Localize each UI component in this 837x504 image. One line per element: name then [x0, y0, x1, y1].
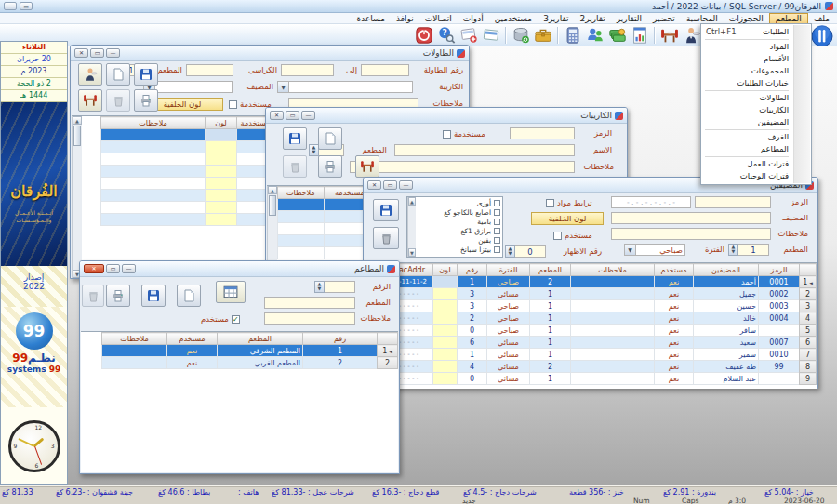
toolbox-icon[interactable] [533, 25, 553, 46]
grid-cell[interactable]: 6 [800, 337, 817, 349]
mac-address-input[interactable]: - . - . - . - . - . - [611, 196, 691, 208]
grid-cell[interactable] [206, 214, 237, 226]
grid-cell[interactable]: 1 [458, 276, 487, 288]
grid-cell[interactable]: 2 [378, 357, 398, 369]
grid-cell[interactable] [278, 211, 325, 223]
column-header[interactable]: الفترة [487, 264, 530, 276]
background-color-button[interactable]: لون الخلفية [531, 212, 604, 225]
menu-reports[interactable]: التقارير [611, 13, 647, 24]
grid-cell[interactable]: جميل [694, 288, 759, 300]
grid-cell[interactable] [278, 235, 325, 247]
grid-cell[interactable]: 9 [800, 373, 817, 385]
grid-cell[interactable]: 4 [458, 361, 487, 373]
grid-cell[interactable] [101, 141, 206, 153]
menu-item-meal-periods[interactable]: فترات الوجبات [701, 170, 811, 182]
menu-item-groups[interactable]: المجموعات [701, 65, 811, 77]
grid-cell[interactable]: صباحي [487, 325, 530, 337]
menu-help[interactable]: مساعدة [352, 13, 391, 24]
column-header[interactable]: مستخدم [655, 264, 694, 276]
grid-cell[interactable]: 3 [800, 300, 817, 312]
column-header[interactable]: رقم [458, 264, 487, 276]
notes-input[interactable] [611, 228, 771, 240]
grid-cell[interactable]: نعم [655, 373, 694, 385]
column-header[interactable]: الرمز [759, 264, 800, 276]
grid-cell[interactable] [101, 129, 206, 141]
grid-cell[interactable] [433, 373, 458, 385]
table-row[interactable]: 60007سعيدنعم1مسائي6- - - - - [385, 337, 817, 349]
grid-cell[interactable]: صباحي [487, 300, 530, 312]
menu-item-tables[interactable]: الطاولات [701, 92, 811, 104]
waiter-image-button[interactable] [78, 63, 102, 86]
code-input[interactable] [695, 196, 771, 208]
report-chart-icon[interactable] [630, 25, 650, 46]
delete-button[interactable] [283, 155, 307, 178]
used-checkbox[interactable]: مستخدمة [443, 128, 485, 139]
grid-cell[interactable]: 0010 [759, 349, 800, 361]
menu-item-orders[interactable]: الطلبات Ctrl+F1 [701, 26, 811, 38]
grid-cell[interactable]: 1 [303, 345, 378, 357]
grid-cell[interactable] [433, 361, 458, 373]
new-button[interactable] [106, 63, 130, 86]
delete-button[interactable] [106, 89, 130, 112]
save-button[interactable] [141, 285, 166, 307]
column-header[interactable]: المطعم [530, 264, 571, 276]
grid-cell[interactable] [433, 337, 458, 349]
menu-restaurant[interactable]: المطعم [769, 13, 808, 24]
menu-item-restaurants[interactable]: المطاعم [701, 143, 811, 155]
grid-cell[interactable]: المطعم الغربي [218, 357, 303, 369]
menu-item-materials[interactable]: المواد [701, 41, 811, 53]
grid-cell[interactable]: مسائي [487, 373, 530, 385]
print-button[interactable] [106, 285, 130, 307]
grid-cell[interactable] [759, 325, 800, 337]
list-item[interactable]: برازق 1كغ [418, 226, 500, 235]
grid-cell[interactable] [571, 312, 655, 325]
grid-cell[interactable] [206, 190, 237, 202]
app-logo-icon[interactable] [811, 25, 833, 47]
table-row[interactable]: 5سافرنعم1صباحي0- - - - - [385, 325, 817, 337]
grid-cell[interactable] [571, 288, 655, 300]
menu-reports2[interactable]: تقارير2 [575, 13, 611, 24]
grid-cell[interactable]: 99 [759, 361, 800, 373]
grid-cell[interactable]: خالد [694, 312, 759, 325]
restaurant-table-icon[interactable] [659, 25, 680, 46]
grid-cell[interactable]: 1 [378, 345, 398, 357]
grid-cell[interactable]: 1 [530, 373, 571, 385]
name-input[interactable] [394, 144, 575, 156]
grid-cell[interactable] [571, 373, 655, 385]
grid-cell[interactable]: 0007 [759, 337, 800, 349]
grid-cell[interactable] [571, 361, 655, 373]
column-header[interactable] [378, 333, 398, 345]
grid-cell[interactable]: 1 [530, 288, 571, 300]
maximize-icon[interactable]: ▭ [383, 180, 397, 190]
grid-cell[interactable] [433, 276, 458, 288]
grid-cell[interactable] [101, 153, 206, 166]
list-item[interactable]: بقين [418, 235, 500, 245]
list-item[interactable]: بامية [418, 217, 500, 226]
window-cabins-titlebar[interactable]: الكاريبات ✕ ▭ — [266, 108, 627, 124]
grid-cell[interactable]: نعم [655, 337, 694, 349]
column-header[interactable]: مستخدم [167, 333, 218, 345]
grid-cell[interactable] [571, 349, 655, 361]
grid-cell[interactable]: 0004 [759, 312, 800, 325]
grid-cell[interactable] [571, 300, 655, 312]
table-row[interactable]: 70010سميرنعم1مسائي1- - - - - [385, 349, 817, 361]
grid-cell[interactable]: 2 [530, 361, 571, 373]
minimize-icon[interactable]: — [122, 264, 136, 273]
grid-cell[interactable]: نعم [167, 357, 218, 369]
restore-icon[interactable]: ▭ [20, 2, 33, 10]
table-row[interactable]: 10001أحمدنعم2صباحي113-11-11-2 [385, 276, 817, 288]
column-header[interactable]: رقم [303, 333, 378, 345]
code-input[interactable] [510, 127, 575, 139]
new-button[interactable] [177, 285, 201, 307]
grid-cell[interactable] [433, 312, 458, 325]
table-row[interactable]: 40004خالدنعم1صباحي2- - - - - [385, 312, 817, 325]
grid-cell[interactable]: مسائي [487, 337, 530, 349]
grid-cell[interactable]: نعم [655, 361, 694, 373]
grid-cell[interactable]: نعم [167, 345, 218, 357]
grid-cell[interactable]: 7 [800, 349, 817, 361]
grid-cell[interactable] [206, 153, 237, 166]
grid-cell[interactable]: مسائي [487, 288, 530, 300]
grid-cell[interactable]: نعم [655, 300, 694, 312]
grid-cell[interactable]: سافر [694, 325, 759, 337]
grid-cell[interactable] [571, 337, 655, 349]
